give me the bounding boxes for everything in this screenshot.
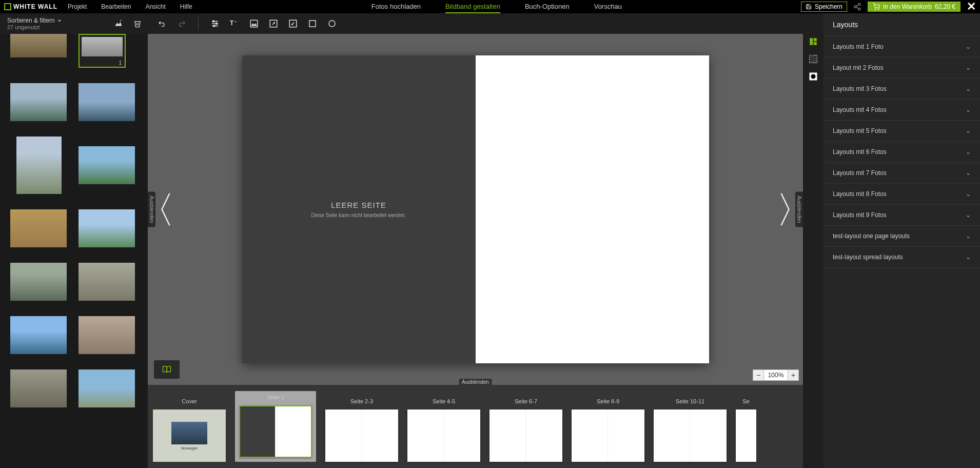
svg-rect-22: [814, 38, 817, 41]
brand-logo[interactable]: WHITE WALL: [4, 3, 57, 10]
filmstrip-thumb[interactable]: [239, 405, 312, 458]
filmstrip-item[interactable]: Seite 10-11: [654, 395, 727, 462]
nav-options[interactable]: Buch-Optionen: [525, 1, 570, 13]
menu-view[interactable]: Ansicht: [145, 3, 165, 10]
layout-category[interactable]: Layout mit 2 Fotos⌄: [824, 57, 980, 79]
photo-sidebar[interactable]: 1: [0, 34, 148, 468]
filmstrip-thumb[interactable]: [489, 410, 562, 462]
frame-out-button[interactable]: [288, 18, 298, 29]
frame-in-button[interactable]: [268, 18, 279, 29]
chevron-down-icon: ⌄: [966, 254, 971, 261]
filmstrip-item[interactable]: Seite 8-9: [572, 395, 644, 462]
layout-category-label: test-layout spread layouts: [833, 254, 903, 261]
filmstrip-item-cover[interactable]: Cover Norwegen: [153, 395, 226, 462]
add-circle-button[interactable]: [327, 18, 337, 29]
nav-preview[interactable]: Vorschau: [594, 1, 622, 13]
layout-category[interactable]: Layouts mit 1 Foto⌄: [824, 36, 980, 57]
photo-thumbnail[interactable]: [79, 263, 135, 301]
filmstrip-thumb[interactable]: [407, 410, 480, 462]
filmstrip-cover-thumb[interactable]: Norwegen: [153, 410, 226, 462]
layout-category[interactable]: Layouts mit 5 Fotos⌄: [824, 121, 980, 142]
add-image-button[interactable]: [249, 18, 259, 29]
save-button[interactable]: Speichern: [801, 2, 847, 12]
photo-thumbnail[interactable]: [10, 369, 67, 407]
photo-thumbnail[interactable]: [79, 83, 135, 121]
layout-categories-list[interactable]: Layouts mit 1 Foto⌄ Layout mit 2 Fotos⌄ …: [824, 36, 980, 468]
layout-category[interactable]: Layouts mit 7 Fotos⌄: [824, 163, 980, 184]
add-to-cart-button[interactable]: In den Warenkorb 62,20 €: [868, 2, 961, 12]
photo-thumbnail[interactable]: [79, 209, 135, 247]
chevron-down-icon: ⌄: [966, 148, 971, 155]
prev-page-button[interactable]: [158, 189, 173, 230]
right-panel-content: Layouts Layouts mit 1 Foto⌄ Layout mit 2…: [824, 13, 980, 468]
svg-line-3: [856, 7, 859, 9]
menu-edit[interactable]: Bearbeiten: [101, 3, 131, 10]
filmstrip-thumb[interactable]: [325, 410, 398, 462]
add-text-button[interactable]: T+: [229, 18, 240, 29]
photo-thumbnail[interactable]: [10, 34, 67, 57]
layout-category[interactable]: test-layout spread layouts⌄: [824, 247, 980, 268]
layout-category[interactable]: Layouts mit 3 Fotos⌄: [824, 79, 980, 100]
share-icon[interactable]: [853, 3, 861, 11]
page-filmstrip[interactable]: Cover Norwegen Seite 1 Seite 2-3 Seite 4…: [148, 385, 803, 468]
layout-category-label: Layouts mit 7 Fotos: [833, 169, 887, 177]
layout-category[interactable]: Layouts mit 4 Fotos⌄: [824, 100, 980, 121]
menu-project[interactable]: Projekt: [68, 3, 87, 10]
menu-help[interactable]: Hilfe: [180, 3, 192, 10]
layout-category[interactable]: Layouts mit 8 Fotos⌄: [824, 184, 980, 205]
photo-thumbnail[interactable]: [10, 209, 67, 247]
photo-thumbnail-selected[interactable]: 1: [79, 34, 126, 68]
close-icon[interactable]: ✕: [967, 0, 976, 13]
filmstrip-thumb[interactable]: [736, 410, 756, 462]
photo-thumbnail[interactable]: [79, 146, 135, 184]
filmstrip-item[interactable]: Seite 2-3: [325, 395, 398, 462]
photo-thumbnail[interactable]: [10, 83, 67, 121]
svg-point-13: [213, 25, 215, 27]
photo-thumbnail[interactable]: [79, 369, 135, 407]
layout-category[interactable]: test-layout one page layouts⌄: [824, 226, 980, 247]
menu-left: Projekt Bearbeiten Ansicht Hilfe: [68, 3, 192, 10]
editor-toolbar: T+: [148, 13, 346, 34]
svg-point-2: [858, 8, 860, 10]
zoom-out-button[interactable]: −: [753, 369, 764, 381]
svg-point-11: [213, 21, 214, 22]
chevron-down-icon: ⌄: [966, 169, 971, 177]
canvas[interactable]: Ausblenden LEERE SEITE Diese Seite kann …: [148, 34, 803, 385]
sort-label: Sortieren & filtern: [7, 17, 55, 24]
tab-backgrounds[interactable]: [807, 52, 820, 66]
book-view-button[interactable]: [154, 360, 180, 379]
svg-text:T: T: [230, 20, 234, 27]
nav-design[interactable]: Bildband gestalten: [445, 1, 500, 13]
hide-left-panel-tab[interactable]: Ausblenden: [148, 192, 155, 227]
filmstrip-thumb[interactable]: [572, 410, 644, 462]
next-page-button[interactable]: [777, 189, 793, 230]
delete-button[interactable]: [132, 18, 143, 29]
photo-thumbnail[interactable]: [10, 263, 67, 301]
photo-thumbnail[interactable]: [79, 316, 135, 354]
nav-upload[interactable]: Fotos hochladen: [371, 1, 421, 13]
hide-right-panel-tab[interactable]: Ausblenden: [795, 192, 803, 227]
zoom-in-button[interactable]: +: [788, 369, 799, 381]
photo-thumbnail[interactable]: [16, 136, 62, 194]
tab-masks[interactable]: [807, 70, 820, 83]
filmstrip-item[interactable]: Seite 6-7: [489, 395, 562, 462]
zoom-value-input[interactable]: [764, 369, 788, 381]
settings-sliders-icon[interactable]: [210, 18, 220, 29]
filmstrip-item-selected[interactable]: Seite 1: [235, 391, 316, 462]
tab-layouts[interactable]: [807, 35, 820, 48]
add-rect-button[interactable]: [307, 18, 318, 29]
filmstrip-item[interactable]: Se: [736, 395, 756, 462]
filmstrip-wrap: Ausblenden Cover Norwegen Seite 1 Seite …: [148, 385, 803, 468]
undo-button[interactable]: [157, 18, 167, 29]
filmstrip-thumb[interactable]: [654, 410, 727, 462]
redo-button[interactable]: [177, 18, 187, 29]
photo-thumbnail[interactable]: [10, 316, 67, 354]
add-photo-button[interactable]: +: [113, 18, 123, 29]
layout-category-label: Layouts mit 9 Fotos: [833, 211, 887, 219]
page-spread[interactable]: LEERE SEITE Diese Seite kann nicht bearb…: [242, 55, 709, 363]
empty-page-subtitle: Diese Seite kann nicht bearbeitet werden…: [311, 212, 406, 218]
layout-category[interactable]: Layouts mit 6 Fotos⌄: [824, 142, 980, 163]
layout-category[interactable]: Layouts mit 9 Fotos⌄: [824, 205, 980, 226]
filmstrip-item[interactable]: Seite 4-5: [407, 395, 480, 462]
page-right[interactable]: [476, 55, 709, 363]
